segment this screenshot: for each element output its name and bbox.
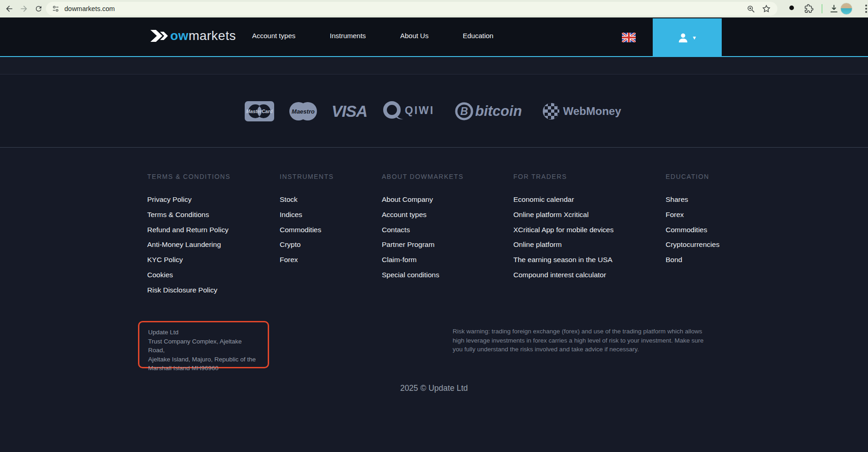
account-button[interactable]: ▼ [653, 18, 722, 57]
footer-column-title: INSTRUMENTS [280, 173, 382, 180]
company-address-line: Marshall Island MH96960 [148, 364, 259, 373]
svg-text:Maestro: Maestro [292, 108, 315, 115]
footer-link[interactable]: Terms & Conditions [147, 211, 280, 226]
footer-column-title: FOR TRADERS [513, 173, 666, 180]
maestro-logo: Maestro [288, 100, 318, 122]
footer-link[interactable]: Bond [666, 256, 776, 271]
nav-item-account-types[interactable]: Account types [252, 32, 295, 40]
footer-link[interactable]: Forex [280, 256, 382, 271]
footer-link[interactable]: Commodities [280, 226, 382, 241]
site-settings-icon[interactable] [52, 5, 59, 12]
zoom-icon[interactable] [747, 5, 755, 13]
payment-methods-row: MasterCard Maestro VISA QIWI B bitcoin [0, 75, 868, 148]
site-footer: TERMS & CONDITIONSPrivacy PolicyTerms & … [0, 148, 868, 452]
footer-link[interactable]: Anti-Money Laundering [147, 240, 280, 256]
footer-link[interactable]: Privacy Policy [147, 195, 280, 211]
footer-link[interactable]: Partner Program [382, 240, 513, 256]
footer-link[interactable]: Account types [382, 211, 513, 226]
footer-link[interactable]: Contacts [382, 226, 513, 241]
footer-link[interactable]: Claim-form [382, 256, 513, 271]
footer-link[interactable]: Risk Disclosure Policy [147, 286, 280, 301]
footer-column-title: EDUCATION [666, 173, 776, 180]
svg-text:MasterCard: MasterCard [246, 109, 273, 114]
footer-column: ABOUT DOWMARKETSAbout CompanyAccount typ… [382, 173, 513, 301]
forward-arrow-icon [19, 4, 29, 13]
footer-link[interactable]: The earning season in the USA [513, 256, 666, 271]
back-button[interactable] [4, 3, 15, 14]
forward-button[interactable] [18, 3, 29, 14]
footer-column-title: TERMS & CONDITIONS [147, 173, 280, 180]
footer-link[interactable]: Economic calendar [513, 195, 666, 211]
footer-column: EDUCATIONSharesForexCommoditiesCryptocur… [666, 173, 776, 301]
bitcoin-logo: B bitcoin [454, 99, 526, 123]
browser-menu-icon[interactable] [862, 4, 868, 16]
logo[interactable]: owmarkets [150, 29, 236, 43]
footer-link[interactable]: Commodities [666, 226, 776, 241]
copyright-text: 2025 © Update Ltd [0, 383, 868, 393]
mastercard-logo: MasterCard [244, 100, 275, 122]
company-address-annotation-box: Update LtdTrust Company Complex, Ajeltak… [138, 321, 269, 368]
svg-text:bitcoin: bitcoin [475, 103, 522, 119]
browser-window: dowmarkets.com owmarkets Account t [0, 0, 868, 452]
company-address-line: Ajeltake Island, Majuro, Republic of the [148, 355, 259, 364]
webmoney-logo: WebMoney [540, 99, 624, 123]
footer-column-title: ABOUT DOWMARKETS [382, 173, 513, 180]
footer-link[interactable]: Crypto [280, 240, 382, 256]
footer-link[interactable]: XCritical App for mobile devices [513, 226, 666, 241]
logo-text-accent: ow [170, 29, 189, 43]
company-address-line: Trust Company Complex, Ajeltake Road, [148, 337, 259, 355]
nav-item-about-us[interactable]: About Us [400, 32, 429, 40]
footer-link[interactable]: Special conditions [382, 271, 513, 286]
footer-link[interactable]: Cryptocurrencies [666, 240, 776, 256]
footer-link[interactable]: Indices [280, 211, 382, 226]
footer-link[interactable]: KYC Policy [147, 256, 280, 271]
logo-text-rest: markets [189, 29, 236, 43]
risk-warning-text: Risk warning: trading foreign exchange (… [453, 327, 711, 354]
browser-toolbar: dowmarkets.com [0, 0, 868, 17]
language-flag-uk-icon[interactable] [622, 33, 636, 42]
footer-link[interactable]: Forex [666, 211, 776, 226]
company-address-line: Update Ltd [148, 328, 259, 337]
downloads-icon[interactable] [829, 4, 839, 16]
svg-text:B: B [460, 105, 468, 117]
footer-column: INSTRUMENTSStockIndicesCommoditiesCrypto… [280, 173, 382, 301]
footer-link[interactable]: Online platform [513, 240, 666, 256]
user-icon [678, 33, 689, 43]
reload-button[interactable] [33, 3, 44, 14]
site-header: owmarkets Account types Instruments Abou… [0, 17, 868, 57]
footer-column: TERMS & CONDITIONSPrivacy PolicyTerms & … [147, 173, 280, 301]
bookmark-star-icon[interactable] [762, 4, 771, 13]
footer-link[interactable]: Compound interest calculator [513, 271, 666, 286]
url-text[interactable]: dowmarkets.com [64, 5, 747, 12]
spacer-strip [0, 58, 868, 74]
footer-link[interactable]: Cookies [147, 271, 280, 286]
qiwi-logo: QIWI [381, 99, 440, 123]
footer-link[interactable]: Stock [280, 195, 382, 211]
back-arrow-icon [5, 4, 14, 13]
chevron-down-icon: ▼ [692, 35, 697, 40]
footer-link[interactable]: Shares [666, 195, 776, 211]
visa-logo: VISA [332, 100, 368, 122]
extensions-puzzle-icon[interactable] [804, 4, 814, 15]
address-bar[interactable]: dowmarkets.com [46, 2, 777, 16]
footer-link[interactable]: Refund and Return Policy [147, 226, 280, 241]
footer-column: FOR TRADERSEconomic calendarOnline platf… [513, 173, 666, 301]
extension-circle-icon[interactable] [789, 6, 794, 10]
reload-icon [34, 5, 43, 13]
toolbar-separator [822, 4, 822, 13]
svg-text:QIWI: QIWI [405, 104, 434, 116]
footer-link[interactable]: Online platform Xcritical [513, 211, 666, 226]
nav-item-education[interactable]: Education [463, 32, 494, 40]
profile-avatar[interactable] [840, 3, 852, 15]
svg-text:WebMoney: WebMoney [563, 105, 621, 117]
logo-chevron-icon [150, 29, 169, 42]
footer-columns: TERMS & CONDITIONSPrivacy PolicyTerms & … [147, 173, 776, 301]
nav-item-instruments[interactable]: Instruments [330, 32, 366, 40]
footer-link[interactable]: About Company [382, 195, 513, 211]
